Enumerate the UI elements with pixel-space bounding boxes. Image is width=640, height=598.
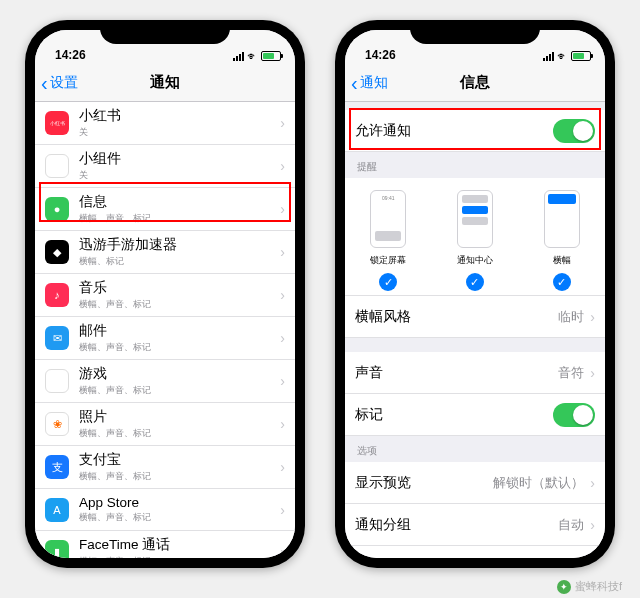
app-name: 迅游手游加速器 bbox=[79, 236, 280, 254]
signal-icon bbox=[233, 52, 244, 61]
phone-left: 14:26 ᯤ ‹ 设置 通知 小红书小红书关›小组件关›●信息横幅、声音、标记… bbox=[25, 20, 305, 568]
app-name: 小组件 bbox=[79, 150, 280, 168]
app-row[interactable]: 游戏横幅、声音、标记› bbox=[35, 360, 295, 403]
toggle-badge[interactable] bbox=[553, 403, 595, 427]
app-sub: 横幅、声音、标记 bbox=[79, 555, 280, 558]
app-icon: ▮ bbox=[45, 540, 69, 558]
app-icon: 小红书 bbox=[45, 111, 69, 135]
app-row[interactable]: ●信息横幅、声音、标记› bbox=[35, 188, 295, 231]
chevron-left-icon: ‹ bbox=[351, 73, 358, 93]
navbar: ‹ 设置 通知 bbox=[35, 64, 295, 102]
app-icon bbox=[45, 154, 69, 178]
notch bbox=[410, 20, 540, 44]
app-name: 小红书 bbox=[79, 107, 280, 125]
status-time: 14:26 bbox=[55, 48, 86, 62]
app-row[interactable]: ❀照片横幅、声音、标记› bbox=[35, 403, 295, 446]
app-name: 音乐 bbox=[79, 279, 280, 297]
row-show-preview[interactable]: 显示预览 解锁时（默认） › bbox=[345, 462, 605, 504]
section-alerts: 提醒 bbox=[345, 152, 605, 178]
row-banner-style[interactable]: 横幅风格 临时 › bbox=[345, 296, 605, 338]
app-icon bbox=[45, 369, 69, 393]
screen-right: 14:26 ᯤ ‹ 通知 信息 允许通知 bbox=[345, 30, 605, 558]
chevron-right-icon: › bbox=[280, 544, 285, 558]
lock-screen-icon bbox=[370, 190, 406, 248]
wifi-icon: ᯤ bbox=[247, 50, 258, 62]
chevron-right-icon: › bbox=[280, 416, 285, 432]
watermark: ✦ 蜜蜂科技f bbox=[557, 579, 622, 594]
app-sub: 关 bbox=[79, 169, 280, 182]
app-sub: 横幅、声音、标记 bbox=[79, 298, 280, 311]
app-icon: ♪ bbox=[45, 283, 69, 307]
page-title: 通知 bbox=[150, 73, 180, 92]
app-icon: ● bbox=[45, 197, 69, 221]
wechat-icon: ✦ bbox=[557, 580, 571, 594]
section-options: 选项 bbox=[345, 436, 605, 462]
app-name: App Store bbox=[79, 495, 280, 510]
app-icon: ❀ bbox=[45, 412, 69, 436]
back-label: 设置 bbox=[50, 74, 78, 92]
row-sound[interactable]: 声音 音符 › bbox=[345, 352, 605, 394]
allow-label: 允许通知 bbox=[355, 122, 553, 140]
check-icon: ✓ bbox=[553, 273, 571, 291]
back-label: 通知 bbox=[360, 74, 388, 92]
app-icon: ◆ bbox=[45, 240, 69, 264]
app-sub: 关 bbox=[79, 126, 280, 139]
app-sub: 横幅、声音、标记 bbox=[79, 212, 280, 225]
status-right: ᯤ bbox=[233, 50, 281, 62]
row-group[interactable]: 通知分组 自动 › bbox=[345, 504, 605, 546]
chevron-right-icon: › bbox=[280, 115, 285, 131]
app-sub: 横幅、声音、标记 bbox=[79, 427, 280, 440]
content-right[interactable]: 允许通知 提醒 锁定屏幕 ✓ 通知中心 ✓ bbox=[345, 102, 605, 558]
app-row[interactable]: ◆迅游手游加速器横幅、标记› bbox=[35, 231, 295, 274]
app-row[interactable]: AApp Store横幅、声音、标记› bbox=[35, 489, 295, 531]
chevron-right-icon: › bbox=[280, 158, 285, 174]
app-icon: A bbox=[45, 498, 69, 522]
chevron-right-icon: › bbox=[280, 459, 285, 475]
content-left[interactable]: 小红书小红书关›小组件关›●信息横幅、声音、标记›◆迅游手游加速器横幅、标记›♪… bbox=[35, 102, 295, 558]
row-repeat[interactable]: 重复提醒 1次 › bbox=[345, 546, 605, 558]
app-name: 信息 bbox=[79, 193, 280, 211]
alert-lock-screen[interactable]: 锁定屏幕 ✓ bbox=[370, 190, 406, 291]
app-row[interactable]: 支支付宝横幅、声音、标记› bbox=[35, 446, 295, 489]
status-right: ᯤ bbox=[543, 50, 591, 62]
back-button[interactable]: ‹ 通知 bbox=[351, 73, 388, 93]
app-row[interactable]: 小红书小红书关› bbox=[35, 102, 295, 145]
chevron-right-icon: › bbox=[280, 373, 285, 389]
chevron-right-icon: › bbox=[280, 244, 285, 260]
app-icon: 支 bbox=[45, 455, 69, 479]
chevron-right-icon: › bbox=[280, 502, 285, 518]
navbar: ‹ 通知 信息 bbox=[345, 64, 605, 102]
app-row[interactable]: ♪音乐横幅、声音、标记› bbox=[35, 274, 295, 317]
app-row[interactable]: ▮FaceTime 通话横幅、声音、标记› bbox=[35, 531, 295, 558]
chevron-right-icon: › bbox=[590, 309, 595, 325]
page-title: 信息 bbox=[460, 73, 490, 92]
alert-banners[interactable]: 横幅 ✓ bbox=[544, 190, 580, 291]
battery-icon bbox=[261, 51, 281, 61]
alerts-row: 锁定屏幕 ✓ 通知中心 ✓ 横幅 ✓ bbox=[345, 178, 605, 296]
app-row[interactable]: 小组件关› bbox=[35, 145, 295, 188]
app-sub: 横幅、标记 bbox=[79, 255, 280, 268]
notch bbox=[100, 20, 230, 44]
app-name: 支付宝 bbox=[79, 451, 280, 469]
row-badge[interactable]: 标记 bbox=[345, 394, 605, 436]
alert-notification-center[interactable]: 通知中心 ✓ bbox=[457, 190, 493, 291]
screen-left: 14:26 ᯤ ‹ 设置 通知 小红书小红书关›小组件关›●信息横幅、声音、标记… bbox=[35, 30, 295, 558]
status-time: 14:26 bbox=[365, 48, 396, 62]
app-name: 照片 bbox=[79, 408, 280, 426]
banner-icon bbox=[544, 190, 580, 248]
chevron-right-icon: › bbox=[590, 517, 595, 533]
chevron-right-icon: › bbox=[280, 201, 285, 217]
row-allow-notifications[interactable]: 允许通知 bbox=[345, 110, 605, 152]
app-sub: 横幅、声音、标记 bbox=[79, 511, 280, 524]
app-name: 邮件 bbox=[79, 322, 280, 340]
chevron-right-icon: › bbox=[280, 287, 285, 303]
battery-icon bbox=[571, 51, 591, 61]
app-row[interactable]: ✉邮件横幅、声音、标记› bbox=[35, 317, 295, 360]
toggle-allow[interactable] bbox=[553, 119, 595, 143]
app-name: 游戏 bbox=[79, 365, 280, 383]
chevron-right-icon: › bbox=[590, 475, 595, 491]
app-sub: 横幅、声音、标记 bbox=[79, 341, 280, 354]
signal-icon bbox=[543, 52, 554, 61]
back-button[interactable]: ‹ 设置 bbox=[41, 73, 78, 93]
app-sub: 横幅、声音、标记 bbox=[79, 384, 280, 397]
